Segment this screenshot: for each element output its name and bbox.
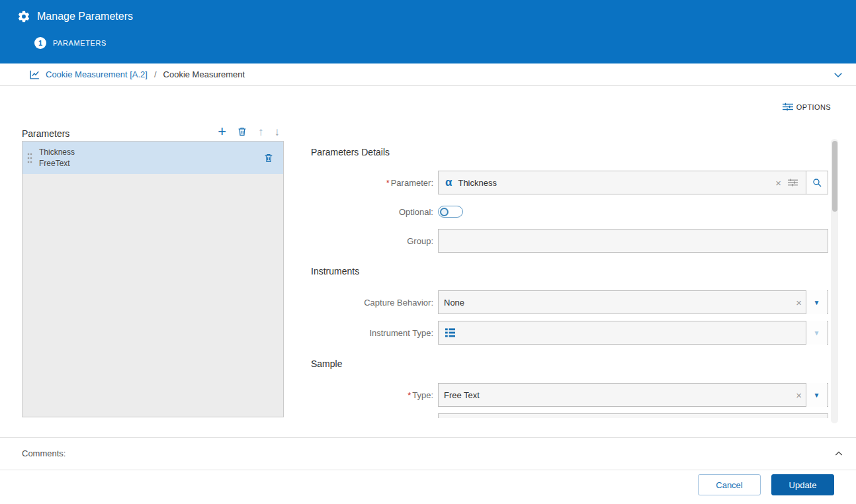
list-type-icon — [445, 328, 455, 337]
breadcrumb-separator: / — [154, 69, 157, 79]
required-marker: * — [386, 178, 390, 188]
parameter-input[interactable]: α Thickness × — [438, 171, 806, 194]
capture-behavior-value: None — [444, 298, 792, 308]
drag-handle-icon[interactable] — [27, 151, 32, 165]
add-parameter-button[interactable]: + — [218, 124, 226, 139]
instrument-type-label: Instrument Type: — [311, 328, 438, 338]
breadcrumb-link[interactable]: Cookie Measurement [A.2] — [46, 69, 148, 79]
capture-behavior-label: Capture Behavior: — [311, 298, 438, 308]
step-number-badge: 1 — [34, 37, 46, 49]
trash-icon — [237, 126, 247, 137]
type-value: Free Text — [444, 390, 792, 400]
title-row: Manage Parameters — [0, 0, 856, 23]
next-field-partial — [438, 413, 828, 418]
parameter-search-button[interactable] — [806, 171, 828, 194]
dropdown-arrow-icon[interactable]: ▼ — [806, 290, 827, 314]
group-label: Group: — [311, 236, 438, 246]
item-delete-button[interactable] — [263, 153, 274, 163]
list-item-text: Thickness FreeText — [39, 147, 75, 168]
optional-toggle[interactable] — [438, 206, 463, 218]
type-field-row: *Type: Free Text × ▼ — [311, 383, 828, 407]
scrollbar-thumb[interactable] — [832, 141, 837, 212]
chevron-down-icon[interactable] — [832, 69, 844, 81]
toggle-knob — [440, 208, 449, 216]
sliders-icon — [783, 103, 793, 111]
cancel-button[interactable]: Cancel — [698, 474, 761, 495]
search-icon — [812, 177, 822, 188]
parameters-list: Thickness FreeText — [22, 141, 284, 417]
chart-icon — [29, 69, 40, 80]
details-scrollbar[interactable] — [831, 139, 838, 423]
list-item-line1: Thickness — [39, 147, 75, 157]
parameters-list-title: Parameters — [22, 128, 69, 139]
step-parameters[interactable]: 1 PARAMETERS — [34, 37, 107, 49]
instruments-section-title: Instruments — [311, 266, 359, 276]
breadcrumb: Cookie Measurement [A.2] / Cookie Measur… — [0, 63, 856, 86]
options-label: OPTIONS — [796, 103, 831, 111]
parameters-list-header: Parameters + ↑ ↓ — [22, 124, 284, 139]
type-label: *Type: — [311, 390, 438, 400]
delete-parameter-button[interactable] — [237, 126, 247, 137]
sample-section-title: Sample — [311, 358, 342, 369]
step-label: PARAMETERS — [53, 39, 107, 47]
header: Manage Parameters 1 PARAMETERS — [0, 0, 856, 63]
list-item[interactable]: Thickness FreeText — [22, 142, 283, 174]
dropdown-arrow-icon-disabled: ▼ — [806, 321, 827, 345]
optional-field-row: Optional: — [311, 200, 828, 224]
clear-icon[interactable]: × — [792, 298, 806, 308]
parameters-toolbar: + ↑ ↓ — [218, 124, 284, 139]
group-input[interactable] — [438, 229, 828, 253]
required-marker: * — [407, 390, 411, 400]
chevron-up-icon[interactable] — [834, 448, 844, 459]
alpha-type-icon: α — [445, 176, 452, 189]
capture-behavior-dropdown[interactable]: None × ▼ — [438, 290, 828, 314]
footer-divider — [0, 470, 856, 470]
parameter-label: *Parameter: — [311, 178, 438, 188]
parameter-field-row: *Parameter: α Thickness × — [311, 171, 828, 194]
capture-behavior-field-row: Capture Behavior: None × ▼ — [311, 290, 828, 314]
breadcrumb-current: Cookie Measurement — [163, 69, 245, 79]
parameter-value: Thickness — [458, 178, 771, 188]
page-title: Manage Parameters — [37, 11, 133, 22]
clear-icon[interactable]: × — [771, 178, 785, 188]
move-down-button[interactable]: ↓ — [275, 126, 280, 138]
optional-label: Optional: — [311, 207, 438, 217]
trash-icon — [263, 153, 274, 163]
field-settings-icon[interactable] — [785, 179, 800, 187]
list-item-line2: FreeText — [39, 159, 75, 168]
comments-divider — [0, 437, 856, 438]
move-up-button[interactable]: ↑ — [258, 126, 264, 138]
details-section-title: Parameters Details — [311, 147, 390, 157]
type-dropdown[interactable]: Free Text × ▼ — [438, 383, 828, 407]
instrument-type-field-row: Instrument Type: ▼ — [311, 321, 828, 345]
gear-icon — [17, 10, 30, 23]
group-field-row: Group: — [311, 229, 828, 253]
dropdown-arrow-icon[interactable]: ▼ — [806, 383, 827, 407]
update-button[interactable]: Update — [771, 474, 834, 495]
instrument-type-dropdown[interactable]: ▼ — [438, 321, 828, 345]
comments-label: Comments: — [22, 448, 65, 458]
clear-icon[interactable]: × — [792, 390, 806, 400]
options-button[interactable]: OPTIONS — [783, 103, 831, 111]
